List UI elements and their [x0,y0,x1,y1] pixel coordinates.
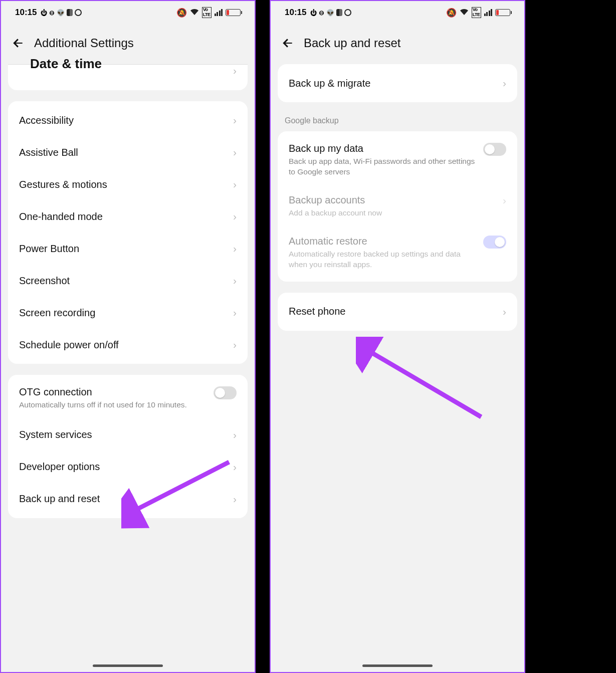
status-bar: 10:15 ⏻ ⊖ 👽 🔕 VoLTE [1,1,255,24]
row-otg-connection[interactable]: OTG connection Automatically turns off i… [8,378,248,419]
row-assistive-ball[interactable]: Assistive Ball › [8,136,248,168]
status-bar: 10:15 ⏻ ⊖ 👽 🔕 VoLTE [271,1,524,24]
back-button[interactable] [11,36,25,50]
chevron-right-icon: › [229,65,237,77]
row-backup-my-data[interactable]: Back up my data Back up app data, Wi-Fi … [278,134,517,186]
page-title: Back up and reset [304,36,400,50]
row-gestures-motions[interactable]: Gestures & motions › [8,168,248,200]
circle-icon [75,9,82,16]
row-power-button[interactable]: Power Button › [8,233,248,265]
card-reset-phone: Reset phone › [278,293,517,331]
sync-icon: ⊖ [319,9,324,17]
chevron-right-icon: › [229,114,237,126]
circle-icon [344,9,351,16]
sync-icon: ⊖ [49,9,55,17]
chevron-right-icon: › [499,306,506,318]
row-accessibility[interactable]: Accessibility › [8,104,248,136]
reddit-icon: 👽 [326,9,334,17]
nav-pill[interactable] [93,664,163,667]
chevron-right-icon: › [229,461,237,473]
card-group-2: OTG connection Automatically turns off i… [8,375,248,518]
battery-icon [226,9,241,16]
row-system-services[interactable]: System services › [8,419,248,451]
card-group-1: Accessibility › Assistive Ball › Gesture… [8,101,248,364]
charging-icon: ⏻ [41,9,47,17]
svg-line-1 [366,349,481,417]
row-backup-accounts[interactable]: Backup accounts Add a backup account now… [278,186,517,227]
chevron-right-icon: › [229,275,237,287]
reddit-icon: 👽 [57,9,65,17]
chevron-right-icon: › [229,178,237,190]
screenshot-additional-settings: 10:15 ⏻ ⊖ 👽 🔕 VoLTE Additional Settings [0,0,256,673]
otg-toggle[interactable] [214,386,237,399]
status-time: 10:15 [285,8,306,18]
chevron-right-icon: › [229,210,237,222]
row-one-handed-mode[interactable]: One-handed mode › [8,200,248,233]
wifi-icon [460,8,469,18]
chevron-right-icon: › [499,194,506,206]
card-google-backup: Back up my data Back up app data, Wi-Fi … [278,131,517,282]
status-time: 10:15 [15,8,37,18]
chevron-right-icon: › [229,493,237,505]
mute-icon: 🔕 [176,8,187,18]
automatic-restore-toggle[interactable] [483,236,506,249]
row-screenshot[interactable]: Screenshot › [8,265,248,297]
signal-icon [484,9,493,16]
row-back-up-and-reset[interactable]: Back up and reset › [8,483,248,515]
chevron-right-icon: › [229,243,237,255]
row-screen-recording[interactable]: Screen recording › [8,297,248,329]
backup-my-data-toggle[interactable] [483,143,506,156]
card-backup-migrate: Back up & migrate › [278,64,517,102]
volte-icon: VoLTE [472,7,481,18]
mute-icon: 🔕 [446,8,457,18]
back-button[interactable] [281,36,295,50]
charging-icon: ⏻ [310,9,317,17]
signal-icon [215,9,223,16]
annotation-arrow-icon [356,337,491,427]
battery-icon [495,9,510,16]
chevron-right-icon: › [229,146,237,158]
row-backup-migrate[interactable]: Back up & migrate › [278,67,517,99]
chevron-right-icon: › [229,307,237,319]
screenshot-backup-reset: 10:15 ⏻ ⊖ 👽 🔕 VoLTE Back up and reset [270,0,525,673]
row-schedule-power[interactable]: Schedule power on/off › [8,329,248,361]
page-header: Back up and reset [271,24,524,64]
page-title: Additional Settings [34,36,134,50]
wifi-icon [190,8,199,18]
row-date-time[interactable]: Date & time › [8,65,248,85]
row-reset-phone[interactable]: Reset phone › [278,296,517,328]
nav-pill[interactable] [362,664,433,667]
card-date-time: Date & time › [8,64,248,90]
chevron-right-icon: › [229,429,237,441]
volte-icon: VoLTE [202,7,212,18]
medium-icon [336,9,342,16]
section-label-google-backup: Google backup [271,113,524,131]
chevron-right-icon: › [229,339,237,351]
medium-icon [67,9,73,16]
chevron-right-icon: › [499,77,506,89]
row-automatic-restore[interactable]: Automatic restore Automatically restore … [278,227,517,279]
row-developer-options[interactable]: Developer options › [8,451,248,483]
